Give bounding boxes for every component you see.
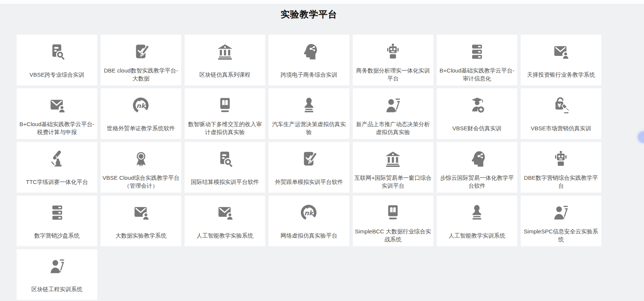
person-stamp-icon [437, 196, 517, 227]
platform-card-label: 数智驱动下多维交互的收入审计虚拟仿真实验 [185, 119, 265, 139]
person-pen-icon [17, 249, 97, 280]
cnki-logo-icon: nki [101, 88, 181, 119]
mail-user-icon [17, 88, 97, 119]
platform-card-label: 商务数据分析理实一体化实训平台 [353, 66, 433, 85]
platform-card-label: 互联网+国际贸易单一窗口综合实训平台 [353, 173, 433, 193]
platform-card-label: 新产品上市推广动态决策分析虚拟仿真实验 [353, 119, 433, 139]
platform-card-label: 世格外贸单证教学系统软件 [101, 119, 181, 139]
platform-card[interactable]: SimpleSPC信息安全云实验系统 [521, 196, 601, 246]
svg-text:nki: nki [136, 102, 148, 110]
ai-head-icon [437, 142, 517, 173]
platform-card[interactable]: 数智驱动下多维交互的收入审计虚拟仿真实验 [185, 88, 265, 139]
platform-card-label: 人工智能教学实验系统 [185, 227, 265, 246]
platform-card[interactable]: 新产品上市推广动态决策分析虚拟仿真实验 [353, 88, 433, 139]
platform-card-label: DBE cloud数智实践教学平台-大数据 [101, 66, 181, 85]
robot-icon [353, 35, 433, 66]
platform-card[interactable]: 人工智能教学实训系统 [437, 196, 517, 246]
platform-card[interactable]: 大数据实验教学系统 [101, 196, 181, 246]
platform-card-label: VBSE财会仿真实训 [437, 119, 517, 139]
platform-card[interactable]: 互联网+国际贸易单一窗口综合实训平台 [353, 142, 433, 193]
award-icon [101, 142, 181, 173]
platform-card-label: B+Cloud基础实践教学云平台-审计信息化 [437, 66, 517, 85]
robot-icon [521, 142, 601, 173]
platform-card[interactable]: DBE cloud数智实践教学平台-大数据 [101, 35, 181, 85]
cnki-logo-icon: nki [268, 196, 349, 227]
svg-text:¥: ¥ [557, 102, 562, 108]
open-book-icon [185, 88, 265, 119]
platform-card-label: SimpleBCC 大数据行业综合实战系统 [353, 227, 433, 246]
platform-card-label: VBSE跨专业综合实训 [17, 66, 97, 85]
platform-card[interactable]: 天择投资银行业务教学系统 [521, 35, 601, 85]
mail-user-icon [101, 196, 181, 227]
platform-card[interactable]: 步惊云国际贸易一体化教学平台软件 [437, 142, 517, 193]
platform-card[interactable]: B+Cloud基础实践教学云平台-审计信息化 [437, 35, 517, 85]
platform-card-label: 天择投资银行业务教学系统 [521, 66, 601, 85]
platform-card[interactable]: ¥VBSE市场营销仿真实训 [521, 88, 601, 139]
bank-icon [353, 142, 433, 173]
open-book-icon [353, 196, 433, 227]
platform-card-label: 人工智能教学实训系统 [437, 227, 517, 246]
platform-card[interactable]: VBSE Cloud综合实践教学平台（管理会计） [101, 142, 181, 193]
platform-card[interactable]: 商务数据分析理实一体化实训平台 [353, 35, 433, 85]
platform-card-label: 数字营销沙盘系统 [17, 227, 97, 246]
platform-card[interactable]: SimpleBCC 大数据行业综合实战系统 [353, 196, 433, 246]
page-title: 实验教学平台 [17, 8, 601, 20]
main-content: 实验教学平台 VBSE跨专业综合实训DBE cloud数智实践教学平台-大数据区… [17, 8, 601, 300]
platform-card[interactable]: nki世格外贸单证教学系统软件 [101, 88, 181, 139]
file-search-icon [17, 35, 97, 66]
platform-card-label: 大数据实验教学系统 [101, 227, 181, 246]
mail-user-icon [521, 35, 601, 66]
platform-card-label: 汽车生产运营决策虚拟仿真实验 [268, 119, 349, 139]
edit-pad-icon [101, 35, 181, 66]
floating-widget[interactable] [638, 131, 644, 143]
platform-card[interactable]: 汽车生产运营决策虚拟仿真实验 [268, 88, 349, 139]
platform-card[interactable]: DBE数字营销综合实践教学平台 [521, 142, 601, 193]
platform-card[interactable]: B+Cloud基础实践教学云平台-税费计算与申报 [17, 88, 97, 139]
ai-head-icon [268, 35, 349, 66]
platform-card[interactable]: 跨境电子商务综合实训 [268, 35, 349, 85]
platform-card-label: VBSE市场营销仿真实训 [521, 119, 601, 139]
server-icon [17, 196, 97, 227]
platform-card-label: 网络虚拟仿真实验平台 [268, 227, 349, 246]
platform-card[interactable]: VBSE财会仿真实训 [437, 88, 517, 139]
platform-card[interactable]: 国际结算模拟实训平台软件 [185, 142, 265, 193]
platform-card-label: VBSE Cloud综合实践教学平台（管理会计） [101, 173, 181, 193]
platform-card[interactable]: TTC学练训赛一体化平台 [17, 142, 97, 193]
platform-card-label: 区块链仿真系列课程 [185, 66, 265, 85]
file-search-icon [185, 142, 265, 173]
platform-grid: VBSE跨专业综合实训DBE cloud数智实践教学平台-大数据区块链仿真系列课… [17, 35, 601, 300]
platform-card[interactable]: VBSE跨专业综合实训 [17, 35, 97, 85]
lock-gavel-icon: ¥ [521, 88, 601, 119]
platform-card[interactable]: 数字营销沙盘系统 [17, 196, 97, 246]
svg-text:nki: nki [304, 209, 316, 217]
platform-card-label: SimpleSPC信息安全云实验系统 [521, 227, 601, 246]
person-stamp-icon [268, 88, 349, 119]
platform-card-label: 区块链工程实训系统 [17, 280, 97, 300]
edit-pad-icon [268, 142, 349, 173]
person-pen-icon [521, 196, 601, 227]
person-pen-icon [353, 88, 433, 119]
top-strip [0, 0, 644, 4]
platform-card-label: 国际结算模拟实训平台软件 [185, 173, 265, 193]
server-icon [437, 35, 517, 66]
platform-card-label: TTC学练训赛一体化平台 [17, 173, 97, 193]
graduate-add-icon [437, 88, 517, 119]
platform-card-label: 跨境电子商务综合实训 [268, 66, 349, 85]
microscope-icon [17, 142, 97, 173]
bank-icon [185, 35, 265, 66]
platform-card-label: 步惊云国际贸易一体化教学平台软件 [437, 173, 517, 193]
platform-card[interactable]: 区块链工程实训系统 [17, 249, 97, 300]
platform-card-label: B+Cloud基础实践教学云平台-税费计算与申报 [17, 119, 97, 139]
platform-card[interactable]: 区块链仿真系列课程 [185, 35, 265, 85]
mail-user-icon [185, 196, 265, 227]
platform-card-label: 外贸跟单模拟实训平台软件 [268, 173, 349, 193]
platform-card[interactable]: 人工智能教学实验系统 [185, 196, 265, 246]
platform-card[interactable]: 外贸跟单模拟实训平台软件 [268, 142, 349, 193]
platform-card-label: DBE数字营销综合实践教学平台 [521, 173, 601, 193]
platform-card[interactable]: nki网络虚拟仿真实验平台 [268, 196, 349, 246]
